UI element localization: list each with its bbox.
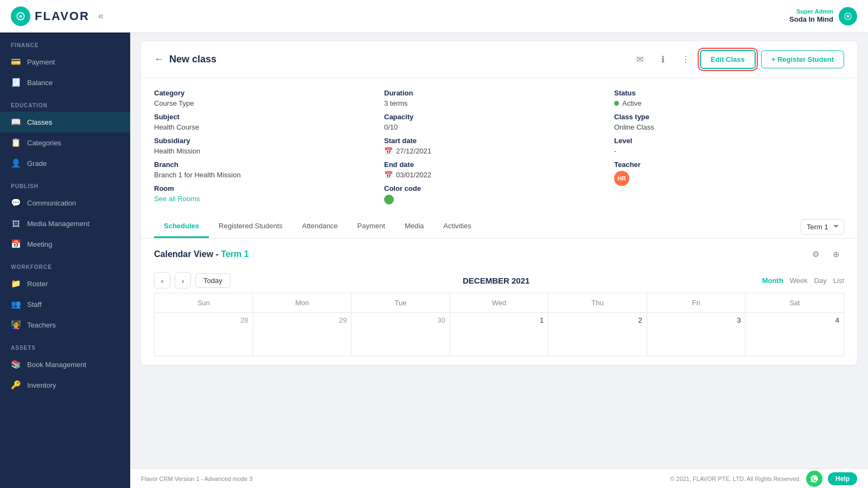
more-options-icon-button[interactable]: ⋮ [677,51,694,68]
sidebar-item-teachers[interactable]: 👩‍🏫 Teachers [0,314,130,335]
tab-schedules[interactable]: Schedules [154,215,209,238]
logo-icon [11,7,30,26]
cal-cell-2[interactable]: 2 [548,313,647,356]
sidebar-item-book-management[interactable]: 📚 Book Management [0,354,130,375]
logo-area: FLAVOR « [11,7,104,26]
day-header-fri: Fri [647,293,746,313]
calendar-view-header: Calendar View - Term 1 ⚙ ⊕ [141,239,857,268]
sidebar-label-grade: Grade [27,159,47,168]
color-code-dot [384,195,394,204]
cal-cell-3[interactable]: 3 [647,313,746,356]
info-column-3: Status Active Class type Online Class Le… [614,89,844,204]
sidebar-section-workforce: WORKFORCE [0,254,130,273]
subsidiary-value: Health Mission [154,147,384,155]
sidebar-item-classes[interactable]: 📖 Classes [0,112,130,132]
view-day-button[interactable]: Day [814,277,827,285]
sidebar-label-communication: Communication [27,199,76,207]
color-code-label: Color code [384,184,614,192]
sidebar-label-media-management: Media Management [27,220,90,228]
sidebar-item-staff[interactable]: 👥 Staff [0,294,130,314]
register-student-button[interactable]: + Register Student [761,50,844,68]
cal-cell-4[interactable]: 4 [745,313,844,356]
tab-registered-students[interactable]: Registered Students [209,215,292,238]
date-29: 29 [258,316,347,324]
date-4: 4 [750,316,839,324]
sidebar-label-roster: Roster [27,280,48,288]
cal-cell-30[interactable]: 30 [352,313,450,356]
user-role: Super Admin [789,8,833,15]
filter-icon-button[interactable]: ⚙ [807,246,824,262]
info-icon-button[interactable]: ℹ [654,51,672,68]
info-row-room: Room See all Rooms [154,184,384,203]
room-value[interactable]: See all Rooms [154,195,384,203]
prev-month-button[interactable]: ‹ [154,272,170,288]
sidebar-label-book-management: Book Management [27,361,86,369]
teachers-icon: 👩‍🏫 [11,320,21,330]
status-label: Status [614,89,844,97]
today-button[interactable]: Today [195,273,231,288]
help-button[interactable]: Help [828,472,857,485]
view-month-button[interactable]: Month [762,277,783,285]
sidebar-item-meeting[interactable]: 📅 Meeting [0,234,130,254]
term-select[interactable]: Term 1 Term 2 Term 3 [801,219,844,235]
user-avatar [839,7,857,25]
cal-cell-28[interactable]: 28 [155,313,253,356]
date-1: 1 [455,316,544,324]
info-row-level: Level - [614,137,844,155]
whatsapp-icon-button[interactable] [806,471,822,487]
sidebar-item-media-management[interactable]: 🖼 Media Management [0,213,130,234]
info-row-teacher: Teacher HR [614,160,844,186]
sidebar-item-roster[interactable]: 📁 Roster [0,273,130,294]
info-row-category: Category Course Type [154,89,384,107]
branch-label: Branch [154,160,384,169]
info-row-start-date: Start date 📅 27/12/2021 [384,137,614,155]
day-header-sat: Sat [745,293,844,313]
category-label: Category [154,89,384,97]
email-icon-button[interactable]: ✉ [631,51,649,68]
info-row-color-code: Color code [384,184,614,204]
tab-media[interactable]: Media [395,215,433,238]
back-arrow-icon[interactable]: ← [154,54,164,65]
logo-text: FLAVOR [35,9,90,23]
cal-cell-29[interactable]: 29 [253,313,352,356]
sidebar-label-payment: Payment [27,58,55,66]
end-date-calendar-icon: 📅 [384,171,393,179]
day-header-sun: Sun [155,293,253,313]
categories-icon: 📋 [11,138,21,147]
duration-label: Duration [384,89,614,97]
sidebar-item-inventory[interactable]: 🔑 Inventory [0,375,130,395]
end-date-label: End date [384,160,614,169]
book-management-icon: 📚 [11,359,21,369]
sidebar-item-grade[interactable]: 👤 Grade [0,153,130,174]
calendar-week-1: 28 29 30 1 2 3 4 [154,313,844,356]
user-area: Super Admin Soda In Mind [789,7,857,25]
sidebar-item-communication[interactable]: 💬 Communication [0,192,130,213]
info-row-end-date: End date 📅 03/01/2022 [384,160,614,179]
add-schedule-icon-button[interactable]: ⊕ [828,246,844,262]
staff-icon: 👥 [11,299,21,309]
view-list-button[interactable]: List [833,277,844,285]
capacity-label: Capacity [384,113,614,121]
class-title-area: ← New class [154,54,216,65]
start-date-row: 📅 27/12/2021 [384,147,614,155]
sidebar-label-balance: Balance [27,79,53,87]
level-value: - [614,147,844,155]
meeting-icon: 📅 [11,239,21,249]
view-week-button[interactable]: Week [790,277,808,285]
collapse-sidebar-icon[interactable]: « [98,10,104,22]
calendar-term-label: Term 1 [221,249,248,259]
next-month-button[interactable]: › [175,272,191,288]
start-date-label: Start date [384,137,614,145]
sidebar-section-publish: PUBLISH [0,174,130,192]
day-header-wed: Wed [450,293,549,313]
tab-attendance[interactable]: Attendance [292,215,348,238]
sidebar-item-balance[interactable]: 🧾 Balance [0,72,130,93]
footer-copyright-text: © 2021, FLAVOR PTE. LTD. All Rights Rese… [670,476,801,482]
cal-cell-1[interactable]: 1 [450,313,549,356]
edit-class-button[interactable]: Edit Class [700,50,756,69]
info-row-class-type: Class type Online Class [614,113,844,131]
tab-payment[interactable]: Payment [348,215,395,238]
sidebar-item-categories[interactable]: 📋 Categories [0,132,130,153]
sidebar-item-payment[interactable]: 💳 Payment [0,52,130,72]
tab-activities[interactable]: Activities [433,215,481,238]
